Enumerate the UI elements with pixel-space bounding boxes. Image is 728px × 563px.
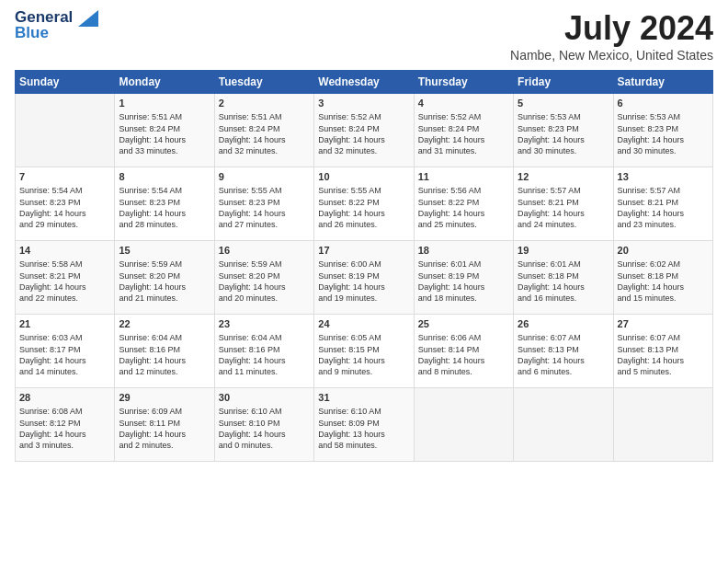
week-row-5: 28Sunrise: 6:08 AM Sunset: 8:12 PM Dayli… (16, 388, 713, 462)
calendar-cell: 9Sunrise: 5:55 AM Sunset: 8:23 PM Daylig… (214, 167, 313, 241)
day-number: 13 (618, 170, 709, 184)
day-number: 17 (318, 244, 409, 258)
calendar-cell: 3Sunrise: 5:52 AM Sunset: 8:24 PM Daylig… (314, 94, 414, 167)
header-row: SundayMondayTuesdayWednesdayThursdayFrid… (16, 71, 713, 94)
calendar-cell: 27Sunrise: 6:07 AM Sunset: 8:13 PM Dayli… (613, 315, 712, 388)
month-title: July 2024 (510, 9, 713, 48)
logo-icon (78, 10, 98, 27)
day-number: 14 (19, 244, 110, 258)
logo-blue: Blue (15, 24, 49, 41)
calendar-cell: 21Sunrise: 6:03 AM Sunset: 8:17 PM Dayli… (16, 315, 115, 388)
day-info: Sunrise: 5:53 AM Sunset: 8:23 PM Dayligh… (518, 111, 609, 156)
day-info: Sunrise: 5:55 AM Sunset: 8:23 PM Dayligh… (219, 185, 310, 230)
day-info: Sunrise: 6:08 AM Sunset: 8:12 PM Dayligh… (19, 406, 110, 451)
day-info: Sunrise: 6:07 AM Sunset: 8:13 PM Dayligh… (518, 332, 609, 377)
day-number: 19 (518, 244, 609, 258)
day-info: Sunrise: 5:58 AM Sunset: 8:21 PM Dayligh… (19, 259, 110, 304)
calendar-cell (16, 94, 115, 167)
calendar-cell: 4Sunrise: 5:52 AM Sunset: 8:24 PM Daylig… (414, 94, 513, 167)
day-number: 25 (418, 317, 509, 331)
day-header-monday: Monday (115, 71, 214, 94)
day-number: 26 (518, 317, 609, 331)
day-info: Sunrise: 5:53 AM Sunset: 8:23 PM Dayligh… (618, 111, 709, 156)
day-number: 29 (119, 391, 210, 405)
day-number: 28 (19, 391, 110, 405)
day-number: 11 (418, 170, 509, 184)
day-number: 27 (618, 317, 709, 331)
day-info: Sunrise: 6:10 AM Sunset: 8:09 PM Dayligh… (318, 406, 409, 451)
day-info: Sunrise: 5:59 AM Sunset: 8:20 PM Dayligh… (119, 259, 210, 304)
day-info: Sunrise: 6:04 AM Sunset: 8:16 PM Dayligh… (219, 332, 310, 377)
calendar-cell: 15Sunrise: 5:59 AM Sunset: 8:20 PM Dayli… (115, 241, 214, 315)
day-info: Sunrise: 6:01 AM Sunset: 8:19 PM Dayligh… (418, 259, 509, 304)
week-row-3: 14Sunrise: 5:58 AM Sunset: 8:21 PM Dayli… (16, 241, 713, 315)
calendar-cell: 26Sunrise: 6:07 AM Sunset: 8:13 PM Dayli… (514, 315, 613, 388)
calendar-cell: 30Sunrise: 6:10 AM Sunset: 8:10 PM Dayli… (214, 388, 313, 462)
calendar-cell (414, 388, 513, 462)
day-info: Sunrise: 6:04 AM Sunset: 8:16 PM Dayligh… (119, 332, 210, 377)
calendar-cell: 17Sunrise: 6:00 AM Sunset: 8:19 PM Dayli… (314, 241, 414, 315)
calendar-cell: 5Sunrise: 5:53 AM Sunset: 8:23 PM Daylig… (514, 94, 613, 167)
day-header-thursday: Thursday (414, 71, 513, 94)
day-number: 24 (318, 317, 409, 331)
day-info: Sunrise: 6:07 AM Sunset: 8:13 PM Dayligh… (618, 332, 709, 377)
day-number: 30 (219, 391, 310, 405)
calendar-cell: 14Sunrise: 5:58 AM Sunset: 8:21 PM Dayli… (16, 241, 115, 315)
day-number: 9 (219, 170, 310, 184)
calendar-cell: 13Sunrise: 5:57 AM Sunset: 8:21 PM Dayli… (613, 167, 712, 241)
day-number: 8 (119, 170, 210, 184)
day-info: Sunrise: 6:03 AM Sunset: 8:17 PM Dayligh… (19, 332, 110, 377)
header: General Blue July 2024 Nambe, New Mexico… (15, 9, 713, 63)
day-info: Sunrise: 6:06 AM Sunset: 8:14 PM Dayligh… (418, 332, 509, 377)
calendar-cell: 16Sunrise: 5:59 AM Sunset: 8:20 PM Dayli… (214, 241, 313, 315)
day-number: 10 (318, 170, 409, 184)
calendar-container: General Blue July 2024 Nambe, New Mexico… (0, 0, 728, 471)
calendar-cell: 18Sunrise: 6:01 AM Sunset: 8:19 PM Dayli… (414, 241, 513, 315)
calendar-cell: 24Sunrise: 6:05 AM Sunset: 8:15 PM Dayli… (314, 315, 414, 388)
calendar-cell: 6Sunrise: 5:53 AM Sunset: 8:23 PM Daylig… (613, 94, 712, 167)
day-number: 18 (418, 244, 509, 258)
day-info: Sunrise: 6:02 AM Sunset: 8:18 PM Dayligh… (618, 259, 709, 304)
location: Nambe, New Mexico, United States (510, 48, 713, 63)
logo: General Blue (15, 9, 98, 41)
calendar-cell: 28Sunrise: 6:08 AM Sunset: 8:12 PM Dayli… (16, 388, 115, 462)
calendar-cell: 23Sunrise: 6:04 AM Sunset: 8:16 PM Dayli… (214, 315, 313, 388)
day-number: 21 (19, 317, 110, 331)
calendar-table: SundayMondayTuesdayWednesdayThursdayFrid… (15, 70, 713, 462)
day-info: Sunrise: 5:59 AM Sunset: 8:20 PM Dayligh… (219, 259, 310, 304)
day-info: Sunrise: 5:57 AM Sunset: 8:21 PM Dayligh… (618, 185, 709, 230)
day-header-wednesday: Wednesday (314, 71, 414, 94)
day-info: Sunrise: 5:54 AM Sunset: 8:23 PM Dayligh… (19, 185, 110, 230)
calendar-cell: 31Sunrise: 6:10 AM Sunset: 8:09 PM Dayli… (314, 388, 414, 462)
day-info: Sunrise: 6:05 AM Sunset: 8:15 PM Dayligh… (318, 332, 409, 377)
day-number: 2 (219, 97, 310, 110)
day-info: Sunrise: 5:51 AM Sunset: 8:24 PM Dayligh… (119, 111, 210, 156)
calendar-cell: 29Sunrise: 6:09 AM Sunset: 8:11 PM Dayli… (115, 388, 214, 462)
day-info: Sunrise: 5:52 AM Sunset: 8:24 PM Dayligh… (418, 111, 509, 156)
calendar-cell: 11Sunrise: 5:56 AM Sunset: 8:22 PM Dayli… (414, 167, 513, 241)
calendar-cell: 19Sunrise: 6:01 AM Sunset: 8:18 PM Dayli… (514, 241, 613, 315)
day-header-saturday: Saturday (613, 71, 712, 94)
day-info: Sunrise: 6:09 AM Sunset: 8:11 PM Dayligh… (119, 406, 210, 451)
calendar-cell: 22Sunrise: 6:04 AM Sunset: 8:16 PM Dayli… (115, 315, 214, 388)
calendar-cell: 1Sunrise: 5:51 AM Sunset: 8:24 PM Daylig… (115, 94, 214, 167)
day-info: Sunrise: 6:10 AM Sunset: 8:10 PM Dayligh… (219, 406, 310, 451)
week-row-1: 1Sunrise: 5:51 AM Sunset: 8:24 PM Daylig… (16, 94, 713, 167)
day-header-friday: Friday (514, 71, 613, 94)
day-number: 23 (219, 317, 310, 331)
week-row-4: 21Sunrise: 6:03 AM Sunset: 8:17 PM Dayli… (16, 315, 713, 388)
calendar-cell (514, 388, 613, 462)
day-info: Sunrise: 6:00 AM Sunset: 8:19 PM Dayligh… (318, 259, 409, 304)
svg-marker-0 (78, 10, 98, 27)
day-info: Sunrise: 5:55 AM Sunset: 8:22 PM Dayligh… (318, 185, 409, 230)
day-number: 15 (119, 244, 210, 258)
calendar-cell: 7Sunrise: 5:54 AM Sunset: 8:23 PM Daylig… (16, 167, 115, 241)
day-number: 31 (318, 391, 409, 405)
day-info: Sunrise: 6:01 AM Sunset: 8:18 PM Dayligh… (518, 259, 609, 304)
day-number: 3 (318, 97, 409, 110)
day-info: Sunrise: 5:54 AM Sunset: 8:23 PM Dayligh… (119, 185, 210, 230)
calendar-cell: 12Sunrise: 5:57 AM Sunset: 8:21 PM Dayli… (514, 167, 613, 241)
week-row-2: 7Sunrise: 5:54 AM Sunset: 8:23 PM Daylig… (16, 167, 713, 241)
day-number: 22 (119, 317, 210, 331)
day-info: Sunrise: 5:57 AM Sunset: 8:21 PM Dayligh… (518, 185, 609, 230)
